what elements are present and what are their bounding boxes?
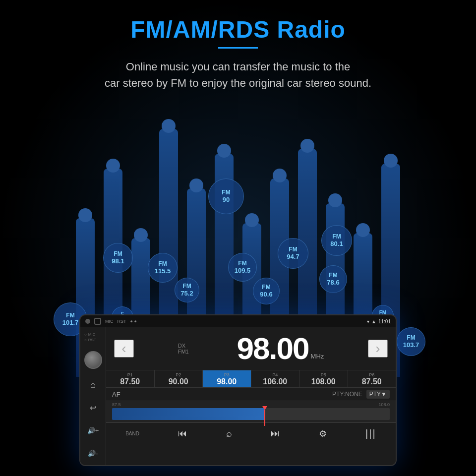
page-wrapper: FM/AM/RDS Radio Online music you can tra…: [0, 0, 476, 476]
freq-display: ‹ DX FM1 98.00 MHz ›: [106, 327, 396, 370]
fm-badge-b10: FM78.6: [319, 265, 347, 293]
freq-prev-button[interactable]: ‹: [114, 340, 134, 357]
settings-button[interactable]: ⚙: [319, 428, 327, 439]
volume-down-icon[interactable]: 🔊-: [86, 446, 100, 460]
fm-badge-b3: FM115.5: [148, 253, 178, 283]
signal-icon: ▲: [371, 319, 376, 324]
preset-button-p6[interactable]: P687.50: [348, 370, 396, 387]
settings-icon: ⚙: [319, 428, 327, 439]
freq-info: DX FM1: [178, 343, 189, 355]
status-left: MIC RST ● ●: [85, 318, 137, 325]
freq-marker-triangle: [262, 406, 267, 410]
freq-unit: MHz: [311, 353, 324, 360]
status-right: ▾ ▲ 11:01: [367, 319, 391, 324]
pty-none-label: PTY:NONE: [332, 391, 362, 398]
fm-badge-b5: FM90: [208, 178, 244, 214]
next-button[interactable]: ⏭: [271, 428, 280, 439]
radio-ui: ○ MIC ○ RST ⌂ ↩ 🔊+ 🔊-: [80, 327, 396, 465]
fm-badge-b9: FM80.1: [321, 225, 352, 256]
freq-mode: DX: [178, 343, 185, 349]
next-icon: ⏭: [271, 428, 280, 439]
preset-button-p1[interactable]: P187.50: [106, 370, 155, 387]
fm-badge-b7: FM90.6: [253, 278, 280, 304]
band-button[interactable]: BAND: [125, 431, 139, 436]
fm-badge-b2: FM98.1: [103, 243, 133, 273]
prev-button[interactable]: ⏮: [178, 428, 187, 439]
freq-bar-container: 87.5 108.0: [106, 401, 396, 422]
af-label: AF: [112, 391, 120, 398]
freq-marker: [262, 406, 267, 426]
freq-max: 108.0: [378, 402, 390, 407]
main-title: FM/AM/RDS Radio: [0, 16, 476, 43]
status-bar: MIC RST ● ● ▾ ▲ 11:01: [80, 315, 396, 327]
eq-button[interactable]: |||: [365, 428, 376, 439]
back-icon[interactable]: ↩: [86, 401, 100, 415]
freq-band: FM1: [178, 349, 189, 355]
freq-marker-line: [264, 410, 265, 426]
volume-up-icon[interactable]: 🔊+: [86, 423, 100, 437]
title-underline: [218, 47, 258, 49]
mic-wrapper: ○ MIC ○ RST: [80, 332, 106, 342]
preset-button-p5[interactable]: P5108.00: [299, 370, 348, 387]
eq-icon: |||: [365, 428, 376, 439]
freq-bar[interactable]: [112, 408, 390, 420]
freq-min: 87.5: [112, 402, 121, 407]
fm-badge-b6: FM109.5: [228, 253, 257, 282]
device-container: MIC RST ● ● ▾ ▲ 11:01 ○ MIC ○: [79, 314, 397, 466]
freq-bar-fill: [112, 408, 265, 420]
rst-status: ○ RST: [84, 338, 96, 342]
prev-icon: ⏮: [178, 428, 187, 439]
preset-button-p4[interactable]: P4106.00: [251, 370, 300, 387]
freq-value-wrapper: 98.00 MHz: [237, 333, 324, 364]
nav-square: [94, 318, 101, 325]
fm-badge-b11: FM103.7: [397, 327, 425, 356]
search-icon: ⌕: [226, 428, 232, 439]
subtitle: Online music you can transfer the music …: [0, 59, 476, 91]
circular-button[interactable]: [84, 351, 102, 369]
bottom-toolbar: BAND ⏮ ⌕ ⏭ ⚙ |||: [106, 422, 396, 444]
freq-next-button[interactable]: ›: [368, 340, 388, 357]
time-display: 11:01: [378, 319, 391, 324]
rst-label: RST: [118, 319, 126, 324]
band-label: BAND: [125, 431, 139, 436]
freq-range: 87.5 108.0: [112, 402, 390, 407]
fm-badge-b8: FM94.7: [278, 238, 308, 269]
mic-status: ○ MIC: [84, 332, 96, 337]
mic-label: MIC: [105, 319, 114, 324]
freq-number: 98.00: [237, 333, 308, 364]
nav-circle: [85, 319, 90, 324]
fm-badge-b4: FM75.2: [175, 278, 199, 302]
search-button[interactable]: ⌕: [226, 428, 232, 439]
preset-row: P187.50P290.00P398.00P4106.00P5108.00P68…: [106, 370, 396, 388]
preset-button-p2[interactable]: P290.00: [155, 370, 203, 387]
left-sidebar: ○ MIC ○ RST ⌂ ↩ 🔊+ 🔊-: [80, 327, 106, 465]
header: FM/AM/RDS Radio Online music you can tra…: [0, 0, 476, 91]
pty-section: PTY:NONE PTY▼: [332, 390, 390, 399]
wifi-icon: ▾: [367, 319, 369, 324]
preset-button-p3[interactable]: P398.00: [203, 370, 251, 387]
status-dots: ● ●: [130, 319, 137, 324]
pty-button[interactable]: PTY▼: [366, 390, 390, 399]
main-content: ‹ DX FM1 98.00 MHz › P187.50P290.00P398.…: [106, 327, 396, 465]
home-icon[interactable]: ⌂: [86, 378, 100, 392]
af-pty-row: AF PTY:NONE PTY▼: [106, 388, 396, 401]
